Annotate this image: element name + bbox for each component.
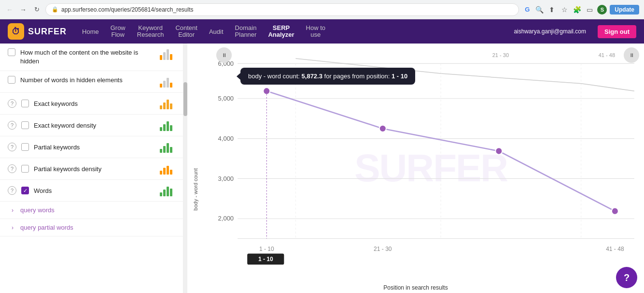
barchart-partial-density (160, 163, 175, 175)
url-text: app.surferseo.com/queries/2056814/search… (61, 6, 194, 13)
tooltip-position: 1 - 10 (392, 73, 407, 80)
question-icon-words[interactable]: ? (8, 186, 16, 195)
nav-how-to-use[interactable]: How to use (306, 23, 325, 41)
data-point-2 (379, 125, 386, 132)
barchart-exact-density (160, 119, 175, 131)
svg-text:5,000: 5,000 (218, 95, 234, 102)
data-point-3 (495, 147, 502, 154)
checkbox-partial-keywords[interactable] (21, 143, 29, 151)
nav-domain-planner[interactable]: Domain Planner (235, 23, 257, 41)
svg-text:2,000: 2,000 (218, 215, 234, 222)
tab-btn[interactable]: ▭ (585, 5, 594, 15)
nav-content-editor[interactable]: Content Editor (175, 23, 197, 41)
label-exact-keywords: Exact keywords (34, 100, 155, 107)
sidebar-item-partial-keywords: ? Partial keywords (0, 136, 183, 158)
svg-text:4,000: 4,000 (218, 135, 234, 142)
logo-area: ⏱ SURFER (8, 23, 67, 40)
data-point-4 (612, 207, 618, 214)
barchart-exact-keywords (160, 98, 175, 109)
logo-icon: ⏱ (12, 27, 20, 37)
label-partial-keywords-density: Partial keywords density (34, 165, 155, 173)
sidebar-item-exact-keywords: ? Exact keywords (0, 93, 183, 115)
help-button[interactable]: ? (616, 267, 637, 288)
barchart-words (160, 185, 175, 196)
barchart-hidden-words (160, 76, 175, 88)
question-icon-exact-density[interactable]: ? (8, 121, 16, 130)
app-header: ⏱ SURFER Home Grow Flow Keyword Research… (0, 19, 644, 44)
svg-text:21 - 30: 21 - 30 (374, 246, 392, 252)
checkbox-hidden-words[interactable] (8, 76, 15, 84)
label-exact-keyword-density: Exact keyword density (34, 122, 155, 129)
nav-signout[interactable]: Sign out (598, 25, 636, 38)
label-words: Words (34, 187, 155, 194)
checkbox-partial-keywords-density[interactable] (21, 165, 29, 173)
logo-box: ⏱ (8, 23, 24, 40)
checkbox-exact-keywords[interactable] (21, 100, 29, 107)
sidebar-subitem-query-partial-words[interactable]: › query partial words (0, 219, 183, 236)
label-hidden-words: Number of words in hidden elements (20, 76, 155, 85)
barchart-hidden-content (160, 48, 175, 60)
chart-tooltip: body - word count: 5,872.3 for pages fro… (240, 68, 415, 85)
tooltip-value: 5,872.3 (302, 73, 322, 80)
profile-icon[interactable]: S (597, 5, 607, 15)
label-query-partial-words: query partial words (20, 224, 73, 231)
x-axis-label: Position in search results (383, 284, 448, 291)
question-icon-partial-density[interactable]: ? (8, 164, 16, 173)
nav-audit[interactable]: Audit (209, 26, 224, 37)
google-icon: G (523, 5, 532, 14)
refresh-button[interactable]: ↻ (32, 5, 42, 15)
question-icon-partial-keywords[interactable]: ? (8, 143, 16, 151)
svg-text:1 - 10: 1 - 10 (259, 246, 274, 252)
svg-text:1 - 10: 1 - 10 (258, 256, 273, 263)
browser-chrome: ← → ↻ 🔒 app.surferseo.com/queries/205681… (0, 0, 644, 19)
nav-keyword-research[interactable]: Keyword Research (137, 23, 164, 41)
chevron-right-icon-query-partial-words: › (12, 224, 14, 231)
nav-email: aishwarya.ganji@gmail.com (514, 28, 586, 35)
forward-button[interactable]: → (18, 5, 28, 15)
svg-text:3,000: 3,000 (218, 175, 234, 182)
chart-area: SURFER ⏸ ⏸ 21 - 30 41 - 48 body - word c… (187, 44, 644, 293)
label-query-words: query words (20, 206, 55, 214)
main-layout: How much of the content on the website i… (0, 44, 644, 293)
sidebar-item-hidden-words: Number of words in hidden elements (0, 71, 183, 93)
svg-text:41 - 48: 41 - 48 (606, 246, 624, 252)
sidebar-item-words: ? ✓ Words (0, 180, 183, 202)
browser-actions: G 🔍 ⬆ ☆ 🧩 ▭ S Update (523, 5, 639, 15)
scrollbar-thumb[interactable] (183, 82, 187, 116)
tooltip-arrow (237, 73, 240, 80)
barchart-partial-keywords (160, 141, 175, 153)
sidebar-item-exact-keyword-density: ? Exact keyword density (0, 115, 183, 136)
checkbox-exact-keyword-density[interactable] (21, 121, 29, 129)
pause-button-left[interactable]: ⏸ (216, 47, 232, 63)
update-button[interactable]: Update (610, 5, 639, 15)
sidebar-subitem-query-words[interactable]: › query words (0, 202, 183, 219)
search-browser-btn[interactable]: 🔍 (534, 5, 544, 15)
question-icon-exact-keywords[interactable]: ? (8, 99, 16, 108)
nav-home[interactable]: Home (82, 26, 99, 37)
sidebar-item-hidden-content: How much of the content on the website i… (0, 44, 183, 71)
bookmark-btn[interactable]: ☆ (560, 5, 569, 15)
y-axis-label: body - word count (188, 168, 203, 212)
address-bar[interactable]: 🔒 app.surferseo.com/queries/2056814/sear… (45, 3, 519, 16)
nav-serp-analyzer[interactable]: SERP Analyzer (268, 23, 294, 41)
lock-icon: 🔒 (52, 6, 58, 13)
logo-text: SURFER (28, 27, 67, 37)
checkbox-hidden-content[interactable] (8, 48, 15, 56)
label-partial-keywords: Partial keywords (34, 144, 155, 151)
sidebar-item-partial-keywords-density: ? Partial keywords density (0, 158, 183, 180)
sidebar: How much of the content on the website i… (0, 44, 183, 293)
share-btn[interactable]: ⬆ (547, 5, 557, 15)
nav-grow-flow[interactable]: Grow Flow (111, 23, 126, 41)
back-button[interactable]: ← (5, 5, 14, 15)
label-hidden-content: How much of the content on the website i… (20, 48, 155, 66)
checkbox-words[interactable]: ✓ (21, 187, 29, 194)
extensions-btn[interactable]: 🧩 (572, 5, 582, 15)
scrollbar-track[interactable] (183, 44, 187, 293)
chevron-right-icon-query-words: › (12, 207, 14, 214)
pause-button-right[interactable]: ⏸ (624, 47, 639, 63)
